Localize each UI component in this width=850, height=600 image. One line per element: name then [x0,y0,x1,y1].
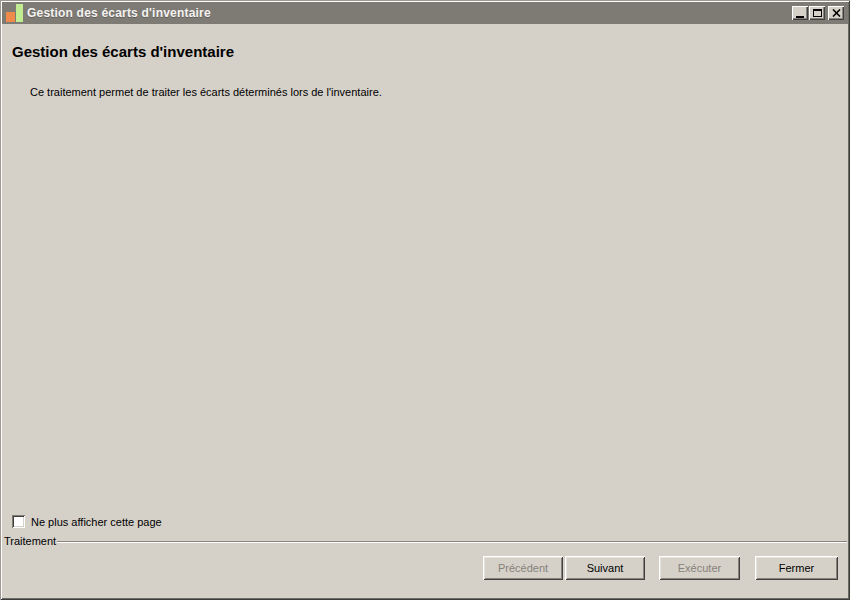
checkbox-label: Ne plus afficher cette page [31,516,162,528]
next-button[interactable]: Suivant [565,556,645,580]
dont-show-again-checkbox[interactable]: Ne plus afficher cette page [12,515,162,528]
close-button[interactable] [828,6,844,20]
treatment-group-label: Traitement [4,535,57,547]
close-dialog-button[interactable]: Fermer [755,556,838,580]
close-icon [832,9,841,17]
bar-chart-green-bar [16,4,23,22]
window-controls [791,6,844,20]
bar-chart-app-icon [6,4,23,22]
previous-button[interactable]: Précédent [483,556,563,580]
treatment-group: Traitement [4,535,847,547]
maximize-icon [813,9,822,17]
title-bar[interactable]: Gestion des écarts d'inventaire [2,2,848,24]
window-title: Gestion des écarts d'inventaire [27,6,211,20]
execute-button[interactable]: Exécuter [659,556,740,580]
dialog-window: Gestion des écarts d'inventaire Gestion … [0,0,850,600]
minimize-button[interactable] [792,6,808,20]
maximize-button[interactable] [809,6,825,20]
page-title: Gestion des écarts d'inventaire [12,43,234,60]
minimize-icon [796,16,804,18]
bar-chart-orange-bar [6,12,15,22]
page-description: Ce traitement permet de traiter les écar… [30,86,382,98]
checkbox-icon[interactable] [12,515,25,528]
group-divider [57,541,847,543]
